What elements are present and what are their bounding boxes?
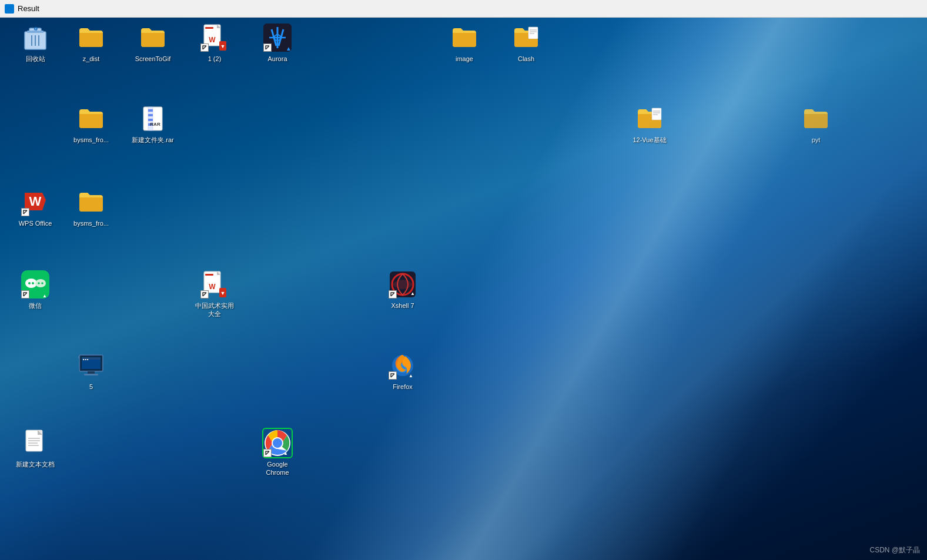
svg-text:▲: ▲ (409, 373, 413, 378)
icon-bysms-fro2[interactable]: bysms_fro... (68, 188, 115, 228)
icon-label-wps-office: WPS Office (17, 219, 54, 228)
icon-recycle-bin[interactable]: ♻ 回收站 (12, 24, 59, 63)
icon-one-two[interactable]: W ▲ ▼ 1 (2) (191, 24, 238, 63)
icon-img-new-folder-rar: RAR (139, 105, 167, 133)
icon-xshell7[interactable]: ▲ Xshell 7 (379, 270, 426, 310)
icon-label-aurora: Aurora (266, 54, 289, 63)
svg-point-42 (35, 279, 46, 287)
icon-new-text-doc[interactable]: 新建文本文档 (12, 429, 59, 469)
icon-label-google-chrome: Google Chrome (254, 460, 301, 478)
icon-label-xshell7: Xshell 7 (389, 301, 416, 310)
icon-z-dist[interactable]: z_dist (68, 24, 115, 63)
icon-label-vue-basics: 12-Vue基础 (631, 135, 668, 145)
icon-aurora[interactable]: ▲ Aurora (254, 24, 301, 63)
icon-img-z-dist (77, 24, 105, 52)
icon-vue-basics[interactable]: 12-Vue基础 (626, 105, 673, 145)
icon-img-wps-office: W ▲ (21, 188, 49, 216)
desktop: CSDN @默子晶 ♻ 回收站 z_dist ScreenToGif W ▲ ▼… (0, 18, 927, 560)
icon-label-image: image (454, 54, 475, 63)
svg-text:RAR: RAR (150, 122, 160, 127)
icon-img-aurora: ▲ (263, 24, 292, 52)
icon-img-one-two: W ▲ ▼ (200, 24, 229, 52)
icon-label-one-two: 1 (2) (206, 54, 223, 63)
icon-pyt[interactable]: pyt (792, 105, 839, 145)
svg-point-44 (32, 282, 34, 284)
svg-text:W: W (209, 283, 216, 291)
icon-img-bysms-fro (77, 105, 105, 133)
svg-rect-29 (148, 114, 153, 116)
icon-label-five: 5 (88, 382, 95, 391)
icon-five[interactable]: ■ ■ ■ 5 (68, 351, 115, 391)
icon-label-recycle-bin: 回收站 (24, 54, 47, 63)
icon-screen-to-gif[interactable]: ScreenToGif (129, 24, 176, 63)
icon-img-xshell7: ▲ (389, 270, 417, 299)
svg-text:▲: ▲ (286, 45, 292, 52)
icon-new-folder-rar[interactable]: RAR 新建文件夹.rar (129, 105, 176, 145)
icon-clash[interactable]: Clash (503, 24, 550, 63)
icon-image[interactable]: image (441, 24, 488, 63)
svg-point-46 (41, 282, 43, 284)
watermark: CSDN @默子晶 (869, 545, 920, 555)
icon-label-chinese-martial: 中国武术实用大全 (191, 301, 238, 319)
icon-img-five: ■ ■ ■ (77, 351, 105, 380)
svg-text:♻: ♻ (34, 26, 38, 32)
icon-label-pyt: pyt (810, 135, 822, 145)
icon-label-new-text-doc: 新建文本文档 (14, 460, 56, 469)
icon-wechat[interactable]: ▲ 微信 (12, 270, 59, 310)
icon-label-bysms-fro2: bysms_fro... (72, 219, 111, 228)
icon-label-firefox: Firefox (391, 382, 414, 391)
svg-rect-63 (84, 374, 98, 375)
svg-rect-28 (148, 109, 153, 112)
icon-bysms-fro[interactable]: bysms_fro... (68, 105, 115, 145)
svg-rect-61 (78, 356, 79, 358)
icon-img-new-text-doc (21, 429, 49, 457)
icon-label-z-dist: z_dist (81, 54, 102, 63)
icon-img-chinese-martial: W ▲ ▼ (200, 270, 229, 299)
svg-rect-30 (148, 119, 153, 121)
icon-label-wechat: 微信 (27, 301, 43, 310)
svg-text:▲: ▲ (283, 451, 288, 456)
svg-point-43 (28, 282, 31, 284)
svg-text:■ ■ ■: ■ ■ ■ (83, 358, 89, 361)
svg-point-79 (273, 438, 282, 448)
icon-img-image (450, 24, 478, 52)
icon-firefox[interactable]: ▲ Firefox (379, 351, 426, 391)
svg-rect-62 (88, 371, 95, 374)
icon-label-clash: Clash (516, 54, 536, 63)
icon-img-screen-to-gif (139, 24, 167, 52)
icon-chinese-martial[interactable]: W ▲ ▼ 中国武术实用大全 (191, 270, 238, 319)
svg-rect-22 (528, 27, 538, 39)
svg-text:▲: ▲ (42, 293, 47, 299)
svg-rect-51 (205, 274, 213, 276)
svg-text:▼: ▼ (220, 43, 226, 49)
svg-point-45 (38, 282, 40, 284)
title-bar: Result (0, 0, 927, 18)
svg-text:▼: ▼ (220, 290, 226, 296)
icon-label-new-folder-rar: 新建文件夹.rar (130, 135, 176, 145)
svg-rect-33 (652, 108, 661, 120)
icon-img-vue-basics (635, 105, 664, 133)
title-bar-text: Result (18, 4, 39, 13)
icon-google-chrome[interactable]: ▲ Google Chrome (254, 429, 301, 478)
title-bar-icon (5, 4, 14, 14)
icon-wps-office[interactable]: W ▲ WPS Office (12, 188, 59, 228)
svg-text:W: W (209, 36, 216, 44)
icon-img-bysms-fro2 (77, 188, 105, 216)
svg-rect-10 (205, 27, 213, 29)
icon-img-firefox: ▲ (389, 351, 417, 380)
icon-img-wechat: ▲ (21, 270, 49, 299)
icon-label-screen-to-gif: ScreenToGif (133, 54, 173, 63)
icon-img-recycle-bin: ♻ (21, 24, 49, 52)
icon-img-clash (512, 24, 540, 52)
svg-text:▲: ▲ (410, 291, 415, 296)
icon-img-pyt (802, 105, 830, 133)
icon-label-bysms-fro: bysms_fro... (72, 135, 111, 145)
icon-img-google-chrome: ▲ (263, 429, 292, 457)
svg-text:W: W (29, 194, 42, 209)
